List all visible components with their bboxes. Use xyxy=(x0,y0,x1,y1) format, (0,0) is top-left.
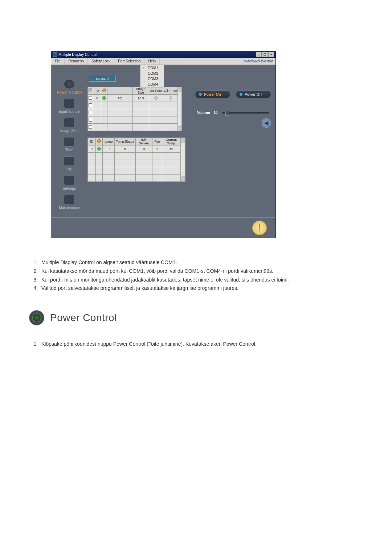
app-window: Multiple Display Control _ ▢ × File Remo… xyxy=(51,51,276,238)
power-led-icon xyxy=(102,96,106,100)
sidebar: Power Control Input Source Image Size Ti… xyxy=(51,65,87,217)
col-power xyxy=(96,138,103,145)
table-row[interactable]: 0 PC 16:9 xyxy=(88,95,178,102)
scroll-down-icon[interactable]: ▾ xyxy=(181,176,185,181)
table-scrollbar[interactable]: ▴ ▾ xyxy=(178,87,182,131)
close-button[interactable]: × xyxy=(268,52,274,57)
menu-file[interactable]: File xyxy=(51,58,65,65)
app-icon xyxy=(53,52,57,57)
volume-handle[interactable] xyxy=(225,111,229,116)
power-icon xyxy=(97,139,101,143)
sidebar-item-input-source[interactable]: Input Source xyxy=(53,99,86,114)
menu-safety-lock[interactable]: Safety Lock xyxy=(88,58,114,65)
row-checkbox[interactable] xyxy=(89,103,92,107)
power-on-button[interactable]: Power On xyxy=(195,90,230,98)
volume-label: Volume xyxy=(197,111,210,115)
maintenance-icon xyxy=(64,195,75,204)
image-size-icon xyxy=(64,118,75,127)
col-lamp: Lamp xyxy=(103,138,115,145)
table-row[interactable] xyxy=(88,153,181,160)
list-item: Valitud port salvestatakse programmilise… xyxy=(39,284,363,293)
cell-image-size: 16:9 xyxy=(132,95,149,102)
sidebar-item-label: Settings xyxy=(53,186,86,190)
sidebar-item-power-control[interactable]: Power Control xyxy=(53,79,86,94)
table-row[interactable] xyxy=(88,124,178,131)
settings-icon xyxy=(64,176,75,185)
table-row[interactable] xyxy=(88,116,178,124)
dropdown-item-com1[interactable]: COM1 xyxy=(140,65,164,71)
menu-port-selection[interactable]: Port Selection xyxy=(114,58,144,65)
table-row[interactable] xyxy=(88,109,178,116)
col-off-timer: Off Timer xyxy=(163,87,177,95)
led-icon xyxy=(240,93,242,96)
menubar: File Remocon Safety Lock Port Selection … xyxy=(51,58,275,65)
status-table-wrap: ID Lamp Temp.Status B/R Senser Fan Curre… xyxy=(87,138,185,182)
row-checkbox[interactable] xyxy=(89,111,92,114)
scroll-track[interactable] xyxy=(178,92,181,126)
row-checkbox[interactable] xyxy=(89,118,92,122)
menu-help[interactable]: Help xyxy=(144,58,160,65)
sidebar-item-label: Input Source xyxy=(53,110,86,114)
power-control-icon xyxy=(64,79,75,89)
instruction-list-2: Klõpsake põhiikoonidest nuppu Power Cont… xyxy=(39,340,363,349)
titlebar: Multiple Display Control _ ▢ × xyxy=(51,51,275,58)
list-item: Kui pordi, mis on monitoriga ühendatud j… xyxy=(39,276,363,284)
sidebar-item-image-size[interactable]: Image Size xyxy=(53,118,86,133)
minimize-button[interactable]: _ xyxy=(256,52,262,57)
sidebar-item-maintenance[interactable]: Maintenance xyxy=(53,195,86,210)
sidebar-item-label: Image Size xyxy=(53,129,86,133)
scroll-track[interactable] xyxy=(181,143,185,176)
dropdown-item-com2[interactable]: COM2 xyxy=(140,71,164,76)
cell-id: 0 xyxy=(88,145,96,153)
restore-button[interactable]: ▢ xyxy=(262,52,268,57)
col-id: ID xyxy=(93,87,101,95)
menu-remocon[interactable]: Remocon xyxy=(65,58,88,65)
col-current-temp: Current Temp. xyxy=(162,138,180,145)
sidebar-item-label: PIP xyxy=(53,167,86,171)
table-row[interactable] xyxy=(88,175,181,182)
power-panel: Power On Power Off Volume 10 ◀) xyxy=(195,90,271,128)
checkbox-icon[interactable] xyxy=(89,89,92,92)
scroll-up-icon[interactable]: ▴ xyxy=(181,138,185,143)
table-row[interactable] xyxy=(88,167,181,175)
display-list-table: ID ---- Image Size On Timer Off Timer 0 … xyxy=(87,87,178,131)
dropdown-item-com3[interactable]: COM3 xyxy=(140,76,164,82)
pip-icon xyxy=(64,156,75,166)
sidebar-item-label: Time xyxy=(53,148,86,152)
sidebar-item-settings[interactable]: Settings xyxy=(53,176,86,190)
cell-source: PC xyxy=(107,95,132,102)
section-header-row: Power Control xyxy=(29,310,363,325)
scroll-down-icon[interactable]: ▾ xyxy=(178,126,181,131)
cell-temp-status: 0 xyxy=(115,145,136,153)
timer-led-icon xyxy=(169,96,172,100)
timer-led-icon xyxy=(154,96,158,100)
bottom-bar: ! xyxy=(51,217,275,238)
list-item: Multiple Display Control on algselt seat… xyxy=(39,258,363,267)
dropdown-item-com4[interactable]: COM4 xyxy=(140,82,164,87)
power-on-label: Power On xyxy=(204,93,221,97)
brand-label: SAMSUNG DIGITall xyxy=(241,58,275,65)
col-image-size: Image Size xyxy=(132,87,149,95)
col-temp-status: Temp.Status xyxy=(115,138,136,145)
time-icon xyxy=(64,137,75,147)
table-scrollbar[interactable]: ▴ ▾ xyxy=(181,138,185,182)
sidebar-item-pip[interactable]: PIP xyxy=(53,156,86,171)
table-row[interactable] xyxy=(88,160,181,167)
col-br-senser: B/R Senser xyxy=(135,138,152,145)
workspace: Power Control Input Source Image Size Ti… xyxy=(51,65,275,217)
row-checkbox[interactable] xyxy=(89,125,92,129)
speaker-icon[interactable]: ◀) xyxy=(262,118,271,128)
row-checkbox[interactable] xyxy=(89,96,92,100)
table-row[interactable] xyxy=(88,102,178,109)
power-off-label: Power Off xyxy=(245,93,262,97)
table-row[interactable]: 0 0 0 0 1 49 xyxy=(88,145,181,153)
list-item: Klõpsake põhiikoonidest nuppu Power Cont… xyxy=(39,340,363,349)
section-title: Power Control xyxy=(50,312,117,324)
sidebar-item-time[interactable]: Time xyxy=(53,137,86,152)
select-all-button[interactable]: Select All xyxy=(89,76,116,82)
power-off-button[interactable]: Power Off xyxy=(236,90,271,98)
volume-slider[interactable] xyxy=(221,112,269,114)
scroll-up-icon[interactable]: ▴ xyxy=(178,87,181,92)
power-led-icon xyxy=(97,147,101,151)
led-icon xyxy=(199,93,202,96)
